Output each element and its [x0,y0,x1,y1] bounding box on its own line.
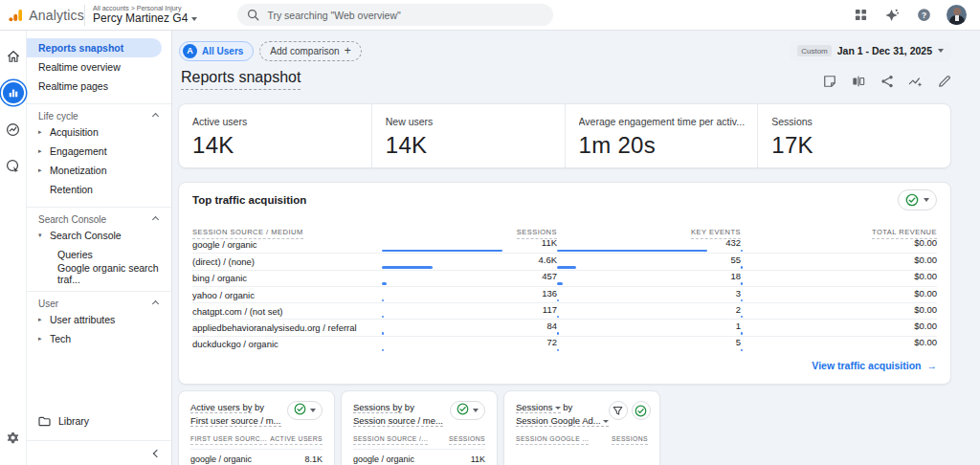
sidebar-item-acquisition[interactable]: ▸Acquisition [27,122,171,142]
metric-cell-2[interactable]: Average engagement time per activ...1m 2… [565,104,758,167]
explore-icon[interactable] [3,119,24,140]
help-icon[interactable]: ? [915,7,932,24]
sessions-bar [382,316,384,319]
cell-key-events: 1 [557,320,741,335]
sidebar-section-search-console[interactable]: Search Console [27,207,171,226]
sidebar-section-user[interactable]: User [27,291,171,310]
sessions-value: 4.6K [538,255,557,265]
share-icon[interactable] [880,74,894,88]
sessions-value: 11K [542,237,557,248]
edit-pencil-icon[interactable] [937,74,951,88]
sidebar-item-tech[interactable]: ▸Tech [27,329,171,348]
mini-row-name: google / organic [353,454,414,465]
metric-cell-1[interactable]: New users14K [371,104,565,167]
account-switcher[interactable]: All accounts > Personal Injury Percy Mar… [93,5,197,26]
mini-card-title: Sessions bySession Google Ad... [516,401,609,429]
gemini-sparkle-icon[interactable] [883,7,901,24]
check-circle-icon[interactable] [632,401,651,420]
metric-cell-3[interactable]: Sessions17K [757,104,950,167]
sidebar-item-engagement[interactable]: ▸Engagement [27,142,171,161]
mini-card-columns: SESSION SOURCE /...SESSIONS [353,435,485,445]
check-circle-icon [905,193,919,207]
sidebar-item-label: Retention [50,184,93,195]
sidebar-item-label: Engagement [50,145,107,157]
sidebar-item-library[interactable]: Library [27,410,171,432]
title-row: Reports snapshot [172,61,980,90]
cell-sessions: 457 [382,271,557,286]
mini-row-name: google / organic [190,454,252,465]
revenue-value: $0.00 [914,271,937,281]
sidebar-item-reports-snapshot[interactable]: Reports snapshot [27,38,162,57]
revenue-bar [741,316,743,319]
traffic-acquisition-card: Top traffic acquisition SESSION SOURCE /… [178,182,951,385]
sessions-bar [382,282,387,285]
header-divider [84,5,85,26]
insights-icon[interactable] [908,74,923,88]
feedback-note-icon[interactable] [822,74,836,88]
traffic-table-title: Top traffic acquisition [192,194,306,206]
mini-title-line1: Sessions by by [353,401,443,414]
metric-cell-0[interactable]: Active users14K [179,104,371,167]
cell-total-revenue: $0.00 [741,303,937,319]
mini-card-head: Active users by byFirst user source / m.… [190,401,323,429]
revenue-bar [741,349,743,352]
sidebar-item-queries[interactable]: Queries [27,245,171,264]
metric-selector[interactable]: Sessions [516,402,561,413]
sidebar-item-realtime-overview[interactable]: Realtime overview [27,57,171,77]
comparison-panel-icon[interactable] [851,74,865,88]
reports-icon[interactable] [3,82,24,103]
mini-title-line1: Active users by by [190,401,281,414]
chevron-down-icon [191,17,197,21]
filter-icon[interactable] [609,401,628,420]
advertising-icon[interactable] [3,155,24,176]
admin-gear-icon[interactable] [3,427,24,448]
date-range-value: Jan 1 - Dec 31, 2025 [837,45,932,56]
header-actions: ? [852,5,980,25]
cell-session-source: chatgpt.com / (not set) [192,306,382,317]
cell-session-source: bing / organic [192,273,382,283]
sidebar-item-user-attributes[interactable]: ▸User attributes [27,310,171,329]
mini-card-title: Active users by byFirst user source / m.… [190,401,281,429]
search-input[interactable]: Try searching "Web overview" [237,4,553,26]
dimension-selector[interactable]: Session Google Ad... [516,415,609,427]
all-users-chip[interactable]: A All Users [179,41,254,61]
sidebar-collapse-button[interactable] [27,440,171,465]
sidebar-section-life-cycle[interactable]: Life cycle [27,103,171,122]
metric-selector[interactable]: Sessions by [353,402,402,413]
analytics-logo[interactable]: Analytics [0,6,84,25]
data-quality-dropdown[interactable] [287,401,323,420]
view-traffic-acquisition-link[interactable]: View traffic acquisition → [812,360,937,371]
user-avatar[interactable] [947,5,967,25]
metric-selector[interactable]: Active users by [190,402,252,413]
home-icon[interactable] [3,46,24,67]
view-link-label: View traffic acquisition [812,360,921,371]
mini-card-head: Sessions by bySession source / me... [353,401,485,429]
apps-grid-icon[interactable] [852,7,869,24]
arrow-right-icon: → [927,360,938,371]
sidebar-item-retention[interactable]: Retention [27,180,171,199]
mini-title-line2: Session Google Ad... [516,414,609,428]
table-row: (direct) / (none)4.6K55$0.00 [192,253,937,269]
chevron-down-icon [473,409,479,412]
traffic-table-header: SESSION SOURCE / MEDIUM SESSIONS KEY EVE… [192,217,937,236]
add-comparison-chip[interactable]: Add comparison + [259,41,361,61]
sidebar-item-search-console[interactable]: ▾Search Console [27,226,171,245]
mini-card-head: Sessions bySession Google Ad... [516,401,648,429]
mini-table-row: google / organic11K [353,449,485,465]
date-range-picker[interactable]: Custom Jan 1 - Dec 31, 2025 [790,41,951,61]
account-name: Percy Martinez G4 [93,12,188,26]
sidebar-item-monetization[interactable]: ▸Monetization [27,161,171,180]
sidebar-item-label: Queries [57,249,93,260]
sidebar-item-google-organic-search-traf-[interactable]: Google organic search traf... [27,264,171,283]
mini-title-line2: Session source / me... [353,414,443,428]
report-toolbar [822,74,951,90]
date-range-type: Custom [797,45,832,56]
table-row: google / organic11K432$0.00 [192,236,937,253]
data-quality-dropdown[interactable] [898,189,937,210]
table-row: appliedbehavioranalysisedu.org / referra… [192,319,937,335]
data-quality-dropdown[interactable] [450,401,485,420]
dimension-selector[interactable]: Session source / me... [353,415,443,427]
dimension-selector[interactable]: First user source / m... [190,415,281,427]
mini-col-dimension: FIRST USER SOURC... [190,435,267,445]
sidebar-item-realtime-pages[interactable]: Realtime pages [27,77,171,96]
